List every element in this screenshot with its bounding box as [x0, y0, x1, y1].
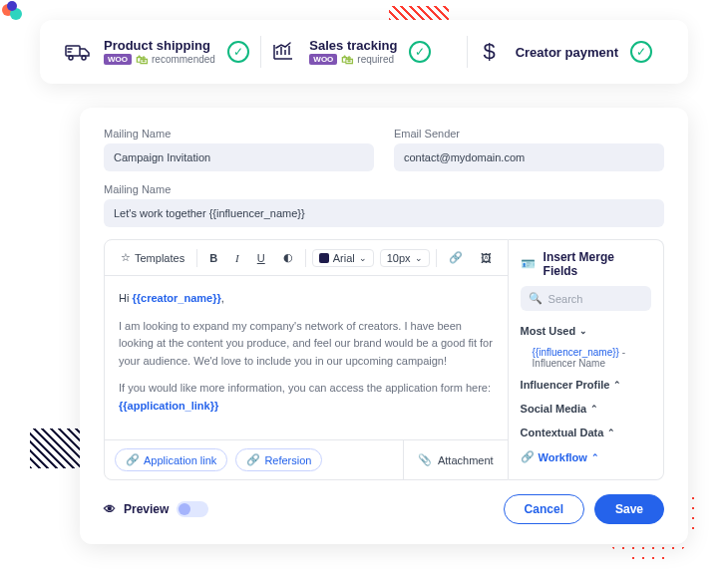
preview-toggle[interactable]: [177, 501, 208, 517]
shipping-title: Product shipping: [104, 38, 215, 53]
link-button[interactable]: 🔗: [443, 248, 469, 267]
editor-panel: ☆ Templates B I U ◐ Arial ⌄ 10px ⌄ 🔗 🖼 H…: [104, 239, 509, 480]
section-most-used[interactable]: Most Used ⌄: [509, 319, 663, 343]
editor-toolbar: ☆ Templates B I U ◐ Arial ⌄ 10px ⌄ 🔗 🖼: [105, 240, 508, 276]
check-icon: ✓: [227, 41, 249, 63]
woo-badge: WOO: [104, 54, 132, 65]
dollar-icon: $: [476, 38, 504, 66]
decoration-hash-2: [30, 429, 80, 468]
attachment-button[interactable]: 📎Attachment: [403, 440, 508, 479]
clear-format-button[interactable]: ◐: [277, 248, 299, 267]
chevron-up-icon: ⌃: [607, 428, 615, 437]
status-payment: $ Creator payment ✓: [476, 38, 664, 66]
bold-button[interactable]: B: [203, 249, 223, 267]
chevron-up-icon: ⌃: [591, 452, 599, 462]
subject-input[interactable]: [104, 199, 664, 227]
link-icon: 🔗: [521, 450, 535, 463]
chevron-up-icon: ⌃: [613, 380, 621, 390]
cancel-button[interactable]: Cancel: [504, 494, 584, 524]
save-button[interactable]: Save: [594, 494, 664, 524]
status-card: Product shipping WOO🛍recommended ✓ Sales…: [40, 20, 688, 84]
merge-item-influencer-name[interactable]: {{influencer_name}} - Influencer Name: [509, 343, 663, 373]
shopify-icon: 🛍: [136, 53, 148, 67]
chevron-up-icon: ⌃: [590, 404, 598, 414]
subject-label: Mailing Name: [104, 183, 664, 195]
eye-icon: 👁: [104, 502, 116, 516]
logo-icon: [0, 0, 26, 26]
application-link-tag: {{application_link}}: [119, 400, 218, 412]
size-select[interactable]: 10px ⌄: [380, 249, 430, 267]
mailing-name-input[interactable]: [104, 143, 374, 171]
status-shipping: Product shipping WOO🛍recommended ✓: [64, 38, 252, 67]
font-select[interactable]: Arial ⌄: [312, 249, 374, 267]
link-icon: 🔗: [126, 453, 140, 466]
merge-search-input[interactable]: 🔍Search: [521, 286, 651, 311]
chip-refersion[interactable]: 🔗Refersion: [235, 448, 322, 471]
svg-rect-3: [66, 46, 80, 56]
contact-icon: 🪪: [521, 257, 536, 271]
shopify-icon: 🛍: [341, 53, 353, 67]
link-icon: 🔗: [246, 453, 260, 466]
woo-badge: WOO: [309, 54, 337, 65]
templates-button[interactable]: ☆ Templates: [115, 248, 190, 267]
svg-point-4: [69, 56, 73, 60]
check-icon: ✓: [409, 41, 431, 63]
chart-icon: [269, 38, 297, 66]
section-influencer-profile[interactable]: Influencer Profile ⌃: [509, 373, 663, 397]
merge-panel: 🪪Insert Merge Fields 🔍Search Most Used ⌄…: [509, 239, 664, 480]
mailing-name-label: Mailing Name: [104, 128, 374, 140]
creator-name-tag: {{creator_name}}: [132, 292, 220, 304]
payment-title: Creator payment: [516, 45, 618, 60]
status-sales: Sales tracking WOO🛍required ✓: [269, 38, 458, 67]
paperclip-icon: 📎: [418, 453, 432, 466]
sales-title: Sales tracking: [309, 38, 397, 53]
italic-button[interactable]: I: [229, 249, 245, 267]
email-sender-label: Email Sender: [394, 128, 664, 140]
underline-button[interactable]: U: [251, 249, 271, 267]
check-icon: ✓: [630, 41, 652, 63]
email-sender-input[interactable]: [394, 143, 664, 171]
section-workflow[interactable]: 🔗 Workflow ⌃: [509, 444, 663, 469]
chevron-down-icon: ⌄: [579, 326, 587, 336]
svg-point-5: [82, 56, 86, 60]
section-social-media[interactable]: Social Media ⌃: [509, 397, 663, 421]
section-contextual-data[interactable]: Contextual Data ⌃: [509, 421, 663, 444]
email-editor-card: Mailing Name Email Sender Mailing Name ☆…: [80, 108, 688, 544]
truck-icon: [64, 38, 92, 66]
editor-body[interactable]: Hi {{creator_name}}, I am looking to exp…: [105, 276, 508, 439]
search-icon: 🔍: [529, 292, 543, 305]
image-button[interactable]: 🖼: [475, 249, 498, 267]
preview-label: Preview: [124, 502, 169, 516]
chip-application-link[interactable]: 🔗Application link: [115, 448, 227, 471]
svg-point-2: [7, 1, 17, 11]
